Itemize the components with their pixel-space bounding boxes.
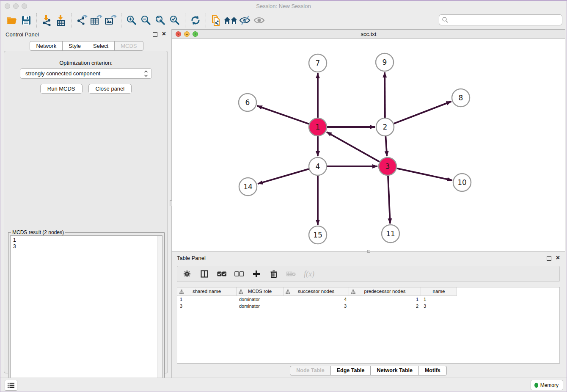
- split-columns-button[interactable]: [200, 269, 209, 279]
- graph-node-label-1: 1: [316, 123, 320, 131]
- network-window-titlebar: × – + scc.txt: [172, 29, 565, 39]
- network-resize-handle[interactable]: [367, 250, 370, 253]
- refresh-layout-button[interactable]: [188, 13, 203, 28]
- toolbar-separator: [72, 13, 72, 28]
- attribute-tree-icon: [286, 290, 290, 294]
- mcds-result-title: MCDS result (2 nodes): [11, 229, 65, 235]
- tab-select[interactable]: Select: [87, 41, 115, 51]
- import-table-button[interactable]: [54, 13, 69, 28]
- task-history-button[interactable]: [5, 380, 17, 391]
- memory-button[interactable]: Memory: [531, 380, 563, 390]
- cell-successor-nodes: 4: [284, 296, 349, 303]
- plus-icon: [253, 270, 260, 278]
- graph-node-label-10: 10: [457, 178, 467, 187]
- graph-node-label-9: 9: [383, 58, 387, 66]
- toolbar-separator: [121, 13, 121, 28]
- export-image-icon: [105, 15, 117, 26]
- graph-edge-3-1[interactable]: [327, 132, 380, 162]
- cell-successor-nodes: 3: [284, 303, 349, 309]
- hide-panels-button[interactable]: [238, 13, 252, 28]
- tab-network[interactable]: Network: [30, 41, 63, 51]
- column-header-name[interactable]: name: [421, 287, 457, 296]
- graph-edge-2-9[interactable]: [385, 72, 385, 118]
- delete-table-button-disabled: [286, 269, 296, 279]
- trash-icon: [270, 270, 277, 278]
- float-panel-button[interactable]: [153, 32, 157, 37]
- graph-edge-3-10[interactable]: [397, 168, 452, 180]
- graph-edge-4-14[interactable]: [258, 169, 309, 184]
- graph-edge-1-6[interactable]: [257, 106, 309, 124]
- criterion-dropdown[interactable]: strongly connected component: [20, 68, 152, 79]
- window-title: Session: New Session: [0, 3, 567, 9]
- table-panel-title: Table Panel: [177, 255, 206, 261]
- optimization-criterion-label: Optimization criterion:: [4, 60, 168, 66]
- close-panel-pushbutton[interactable]: Close panel: [88, 84, 132, 94]
- network-canvas[interactable]: 1234678910111415: [172, 39, 565, 251]
- table-settings-button[interactable]: [182, 269, 192, 279]
- zoom-selected-button[interactable]: [168, 13, 182, 28]
- table-row[interactable]: 3 dominator 3 2 3: [177, 303, 559, 309]
- graph-edge-2-8[interactable]: [394, 102, 451, 124]
- delete-column-button[interactable]: [269, 269, 278, 279]
- run-mcds-button[interactable]: Run MCDS: [40, 84, 83, 94]
- save-session-button[interactable]: [19, 13, 33, 28]
- tab-mcds[interactable]: MCDS: [114, 41, 143, 51]
- zoom-fit-button[interactable]: [153, 13, 168, 28]
- network-graph: 1234678910111415: [172, 39, 565, 251]
- cell-name: 3: [421, 303, 457, 309]
- float-table-panel-button[interactable]: [547, 256, 551, 261]
- import-network-button[interactable]: [40, 13, 54, 28]
- column-header-shared-name[interactable]: shared name: [177, 287, 237, 296]
- refresh-icon: [190, 15, 201, 26]
- zoom-out-button[interactable]: [139, 13, 153, 28]
- status-bar: Memory: [0, 378, 567, 392]
- clone-network-button[interactable]: [209, 13, 223, 28]
- column-header-mcds-role[interactable]: MCDS role: [237, 287, 284, 296]
- export-table-button[interactable]: [89, 13, 104, 28]
- tab-network-table[interactable]: Network Table: [370, 366, 419, 375]
- titlebar: Session: New Session: [0, 1, 567, 11]
- home-layout-button[interactable]: [223, 13, 238, 28]
- add-column-button[interactable]: [252, 269, 261, 279]
- open-session-button[interactable]: [5, 13, 19, 28]
- control-panel: Control Panel × Network Style Select MCD…: [2, 29, 171, 378]
- attribute-tree-icon: [179, 290, 184, 294]
- node-table[interactable]: shared name MCDS role successor nodes pr…: [177, 287, 560, 364]
- tab-style[interactable]: Style: [62, 41, 87, 51]
- graph-edge-2-3[interactable]: [385, 136, 387, 156]
- tab-node-table[interactable]: Node Table: [290, 366, 330, 375]
- delete-table-icon: [286, 271, 296, 277]
- cell-shared-name: 1: [177, 296, 237, 303]
- cell-predecessor-nodes: 1: [349, 296, 421, 303]
- close-table-panel-button[interactable]: ×: [556, 254, 560, 262]
- eye-slash-icon: [239, 15, 251, 25]
- close-panel-button[interactable]: ×: [162, 30, 166, 38]
- chevron-up-down-icon: [144, 70, 148, 80]
- table-row[interactable]: 1 dominator 4 1 1: [177, 296, 559, 303]
- tab-edge-table[interactable]: Edge Table: [330, 366, 371, 375]
- zoom-in-button[interactable]: [124, 13, 139, 28]
- graph-node-label-4: 4: [316, 162, 320, 171]
- save-icon: [22, 16, 31, 25]
- gear-icon: [183, 270, 191, 278]
- mcds-result-box: MCDS result (2 nodes) 1 3: [8, 232, 165, 392]
- criterion-value: strongly connected component: [25, 70, 100, 77]
- main-toolbar: [0, 11, 567, 29]
- deselect-all-button[interactable]: [234, 269, 244, 279]
- export-image-button[interactable]: [104, 13, 118, 28]
- column-header-predecessor-nodes[interactable]: predecessor nodes: [349, 287, 421, 296]
- toolbar-separator: [36, 13, 37, 28]
- graph-node-label-3: 3: [385, 162, 390, 171]
- search-field[interactable]: [439, 14, 562, 25]
- export-network-button[interactable]: [75, 13, 89, 28]
- mcds-result-text[interactable]: 1 3: [10, 235, 162, 390]
- select-all-button[interactable]: [217, 269, 226, 279]
- graph-edge-3-11[interactable]: [388, 176, 390, 224]
- tab-motifs[interactable]: Motifs: [418, 366, 447, 375]
- result-scrollbar[interactable]: [157, 236, 162, 389]
- search-input[interactable]: [449, 16, 562, 24]
- graph-node-label-14: 14: [243, 182, 253, 191]
- graph-node-label-6: 6: [245, 98, 250, 107]
- column-header-successor-nodes[interactable]: successor nodes: [284, 287, 349, 296]
- show-panels-button[interactable]: [252, 13, 267, 28]
